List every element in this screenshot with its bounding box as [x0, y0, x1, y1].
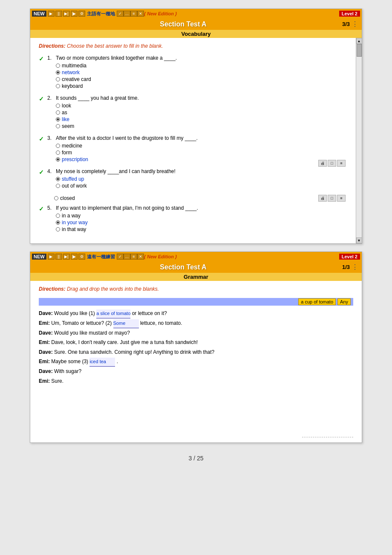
q4-radio1[interactable] — [56, 177, 60, 181]
section-dots-vocabulary[interactable]: ⋮ — [352, 20, 358, 28]
dialogue-8: Emi: Sure. — [39, 377, 353, 386]
toolbar-icon-g3[interactable]: ▶| — [63, 254, 70, 260]
speaker-dave-2: Dave: — [39, 330, 53, 336]
q5-check: ✓ — [39, 205, 46, 212]
toolbar-vocabulary: NEW ▶ || ▶| |▶ ⚙ 主語有一種地 ✓ … ≡ ✕ { New Ed… — [30, 9, 362, 18]
q4-opt1[interactable]: stuffed up — [56, 176, 347, 182]
vocabulary-directions: Directions: Choose the best answer to fi… — [39, 43, 347, 49]
q2-radio3[interactable] — [56, 117, 60, 121]
toolbar-grammar: NEW ▶ || ▶| |▶ ⚙ 遠有一種練習 ✓ … ≡ ✕ { New Ed… — [30, 252, 362, 261]
panel-grammar: NEW ▶ || ▶| |▶ ⚙ 遠有一種練習 ✓ … ≡ ✕ { New Ed… — [30, 251, 362, 443]
q2-label2: as — [62, 110, 67, 116]
q2-opt4[interactable]: seem — [56, 123, 347, 129]
q4-ctrl-menu[interactable]: ≡ — [337, 195, 346, 202]
q3-radio1[interactable] — [56, 144, 60, 148]
q3-label2: form — [62, 150, 72, 156]
sub-header-vocabulary: Vocabulary — [30, 30, 362, 38]
q2-opt2[interactable]: as — [56, 110, 347, 116]
q1-radio4[interactable] — [56, 84, 60, 88]
q2-label4: seem — [62, 123, 74, 129]
q5-num: 5. — [47, 205, 56, 211]
toolbar-icon-g1[interactable]: ▶ — [48, 254, 55, 260]
grammar-directions: Directions: Drag and drop the words into… — [39, 286, 353, 292]
q1-radio1[interactable] — [56, 64, 60, 68]
vocab-scrollbar[interactable]: ▲ ▼ — [356, 38, 362, 243]
q4-radio2[interactable] — [56, 184, 60, 188]
q3-ctrl-view[interactable]: □ — [328, 160, 336, 167]
q3-opt2[interactable]: form — [56, 150, 318, 156]
speaker-dave-4: Dave: — [39, 368, 53, 374]
q3-opt1[interactable]: medicine — [56, 143, 318, 149]
q1-opt3[interactable]: creative card — [56, 76, 347, 82]
question-4: ✓ 4. My nose is completely ____and I can… — [39, 168, 347, 190]
drag-word-1[interactable]: a cup of tomato — [298, 298, 336, 305]
q1-label3: creative card — [62, 76, 91, 82]
question-5: ✓ 5. If you want to implement that plan,… — [39, 205, 347, 233]
q4-body: My nose is completely ____and I can hard… — [56, 168, 347, 190]
toolbar-icon-dot1[interactable]: … — [124, 11, 130, 17]
blank-1[interactable]: a slice of tomato — [96, 309, 130, 318]
q4-opt2[interactable]: out of work — [56, 183, 347, 189]
section-dots-grammar[interactable]: ⋮ — [352, 263, 358, 271]
toolbar-icon-1[interactable]: ▶ — [48, 11, 55, 17]
q5-radio3[interactable] — [56, 227, 60, 231]
q2-opt3[interactable]: like — [56, 116, 347, 122]
closed-radio[interactable] — [54, 196, 58, 200]
drag-area[interactable]: a cup of tomato Any — [39, 298, 353, 306]
toolbar-icon-5[interactable]: ⚙ — [78, 11, 85, 17]
toolbar-title: 主語有一種地 — [87, 11, 115, 17]
q5-radio2[interactable] — [56, 220, 60, 225]
bottom-divider — [302, 437, 353, 437]
toolbar-icon-g4[interactable]: |▶ — [71, 254, 78, 260]
toolbar-icon-g5[interactable]: ⚙ — [78, 254, 85, 260]
toolbar-icon-dot2[interactable]: ≡ — [130, 11, 137, 17]
q1-radio2[interactable] — [56, 70, 60, 75]
q5-radio1[interactable] — [56, 214, 60, 218]
toolbar-icon-gcheck[interactable]: ✓ — [117, 254, 124, 260]
q1-opt4[interactable]: keyboard — [56, 83, 347, 89]
toolbar-icon-4[interactable]: |▶ — [71, 11, 78, 17]
toolbar-icon-gdot2[interactable]: ≡ — [130, 254, 137, 260]
scroll-track[interactable] — [357, 44, 362, 237]
blank-3[interactable]: iced tea — [89, 358, 115, 367]
dialogue-5: Dave: Sure. One tuna sandwich. Coming ri… — [39, 348, 353, 357]
toolbar-icon-2[interactable]: || — [55, 11, 62, 17]
toolbar-icon-check[interactable]: ✓ — [117, 11, 124, 17]
q2-opt1[interactable]: look — [56, 103, 347, 109]
q3-ctrl-print[interactable]: 🖨 — [318, 160, 327, 167]
q4-ctrl-view[interactable]: □ — [328, 195, 336, 202]
q3-radio2[interactable] — [56, 150, 60, 155]
q2-radio2[interactable] — [56, 110, 60, 115]
q3-opt3[interactable]: prescription — [56, 156, 318, 162]
q1-opt1[interactable]: multimedia — [56, 63, 347, 69]
q2-radio1[interactable] — [56, 104, 60, 108]
q1-label1: multimedia — [62, 63, 86, 69]
q3-radio3[interactable] — [56, 157, 60, 162]
toolbar-icon-3[interactable]: ▶| — [63, 11, 70, 17]
toolbar-icon-gx[interactable]: ✕ — [137, 254, 144, 260]
scroll-thumb[interactable] — [357, 44, 362, 57]
q5-opt2[interactable]: in your way — [56, 220, 347, 225]
drag-word-2[interactable]: Any — [337, 298, 351, 305]
q3-label1: medicine — [62, 143, 82, 149]
panel-vocabulary: NEW ▶ || ▶| |▶ ⚙ 主語有一種地 ✓ … ≡ ✕ { New Ed… — [30, 9, 362, 244]
dave-2-text: Would you like mustard or mayo? — [54, 330, 130, 336]
q1-radio3[interactable] — [56, 77, 60, 81]
q4-ctrl-print[interactable]: 🖨 — [318, 195, 327, 202]
q5-opt1[interactable]: in a way — [56, 213, 347, 219]
q1-num: 1. — [47, 55, 56, 61]
q5-opt3[interactable]: in that way — [56, 226, 347, 232]
blank-2[interactable]: Some — [113, 319, 139, 328]
closed-option[interactable]: closed — [54, 195, 75, 201]
q2-radio4[interactable] — [56, 124, 60, 128]
q3-ctrl-menu[interactable]: ≡ — [337, 160, 346, 167]
toolbar-icon-g2[interactable]: || — [55, 254, 62, 260]
toolbar-icon-gdot1[interactable]: … — [124, 254, 130, 260]
q3-text: After the visit to a doctor I went to th… — [56, 135, 318, 141]
toolbar-icon-x[interactable]: ✕ — [137, 11, 144, 17]
emi-3-text: Maybe some (3) — [51, 358, 89, 364]
scroll-down[interactable]: ▼ — [356, 237, 362, 243]
scroll-up[interactable]: ▲ — [356, 38, 362, 44]
dialogue-3: Dave: Would you like mustard or mayo? — [39, 329, 353, 338]
q1-opt2[interactable]: network — [56, 69, 347, 75]
